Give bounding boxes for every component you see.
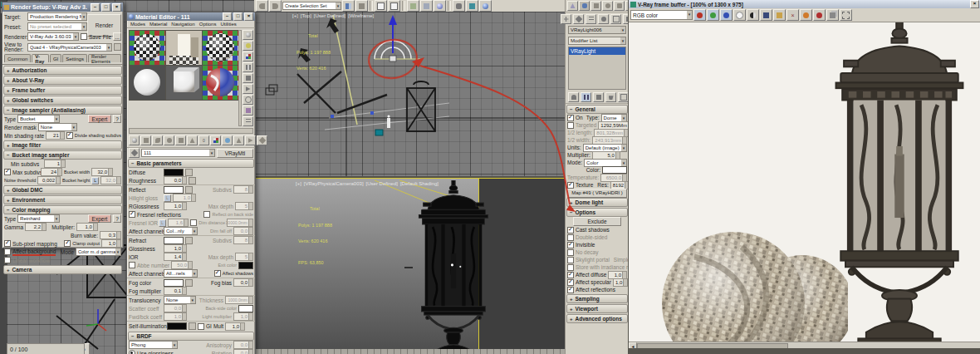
viewport-menu-plus[interactable]: [+]	[292, 13, 298, 18]
show-end-result-icon[interactable]	[581, 92, 591, 102]
reflect-map-button[interactable]	[185, 186, 193, 194]
min-subdivs-spinner[interactable]: 1	[44, 160, 66, 168]
affect-reflections-checkbox[interactable]	[567, 287, 574, 293]
backside-color-swatch[interactable]	[238, 305, 253, 312]
red-channel-button[interactable]	[693, 9, 706, 21]
rendered-frame-icon[interactable]	[466, 0, 478, 12]
select-by-material-icon[interactable]	[243, 106, 253, 116]
affect-specular-spinner[interactable]: 1,0	[613, 278, 628, 287]
rollout-general[interactable]: General	[566, 105, 628, 114]
viewport-menu-plus[interactable]: [+]	[296, 181, 301, 186]
menu-modes[interactable]: Modes	[130, 22, 145, 27]
mode-dropdown[interactable]: Color	[584, 159, 627, 167]
viewport-menu-shading[interactable]: [Default Shading]	[400, 181, 439, 186]
get-material-icon[interactable]	[129, 135, 140, 145]
gi-checkbox[interactable]	[198, 323, 204, 330]
exclude-button[interactable]: Exclude	[573, 217, 621, 226]
abbe-spinner[interactable]: 50,0	[171, 261, 193, 269]
align-icon[interactable]	[355, 0, 368, 12]
monochrome-button[interactable]	[747, 9, 759, 21]
render-setup-icon[interactable]	[453, 0, 465, 12]
bucket-height-spinner[interactable]: 32,0	[100, 176, 121, 184]
light-on-checkbox[interactable]	[567, 115, 574, 121]
stack-item-vraylight[interactable]: VRayLight	[569, 47, 625, 55]
sample-slot-white-sphere[interactable]	[129, 65, 166, 101]
sample-slot-interior-render[interactable]	[165, 30, 203, 66]
clamp-output-checkbox[interactable]	[64, 240, 71, 247]
rollout-bucket-sampler[interactable]: Bucket image sampler	[3, 150, 122, 160]
pencil-icon[interactable]	[573, 14, 584, 24]
lock-icon[interactable]	[114, 43, 121, 51]
reset-map-icon[interactable]	[164, 135, 174, 145]
abbe-number-checkbox[interactable]	[129, 262, 135, 268]
modifier-list-dropdown[interactable]: Modifier List	[568, 37, 626, 45]
pin-stack-icon[interactable]	[568, 92, 579, 102]
fresnel-ior-lock-button[interactable]: L	[159, 219, 166, 227]
ior-spinner[interactable]: 1,4	[164, 253, 187, 261]
tab-hierarchy[interactable]	[590, 1, 601, 11]
affect-background-checkbox[interactable]	[4, 248, 11, 255]
reflect-back-checkbox[interactable]	[203, 211, 210, 218]
target-dropdown[interactable]: Production Rendering Mode	[27, 12, 87, 21]
tab-common[interactable]: Common	[4, 54, 31, 62]
close-button[interactable]: ×	[244, 12, 253, 21]
dim-distance-checkbox[interactable]	[190, 219, 197, 226]
fog-map-button[interactable]	[185, 279, 193, 287]
refract-map-button[interactable]	[185, 237, 193, 244]
self-illumination-swatch[interactable]	[167, 322, 187, 330]
rollout-advanced-options[interactable]: Advanced options	[566, 314, 628, 323]
invisible-checkbox[interactable]	[567, 242, 574, 248]
curve-editor-icon[interactable]	[407, 0, 419, 12]
refract-max-depth-spinner[interactable]: 5	[235, 253, 253, 261]
render-production-icon[interactable]	[479, 0, 492, 12]
sample-slot-red-blue-sphere[interactable]	[202, 65, 239, 101]
hilight-gloss-spinner[interactable]: 1,0	[173, 194, 196, 202]
affect-channels-dropdown[interactable]: Col...nly	[164, 227, 198, 235]
reflect-color-swatch[interactable]	[164, 186, 184, 194]
menu-options[interactable]: Options	[199, 22, 217, 27]
dot-icon[interactable]	[598, 14, 609, 24]
use-glossiness-radio[interactable]	[129, 350, 135, 354]
schematic-view-icon[interactable]	[420, 0, 433, 12]
no-decay-checkbox[interactable]	[567, 249, 574, 256]
tab-vray[interactable]: V-Ray	[32, 54, 49, 62]
fog-bias-spinner[interactable]: 0,0	[233, 278, 253, 287]
menu-navigation[interactable]: Navigation	[171, 22, 194, 27]
sample-slot-soft-cube[interactable]	[165, 65, 203, 101]
rollout-frame-buffer[interactable]: Frame buffer	[3, 86, 122, 95]
help-button[interactable]: ?	[113, 115, 121, 123]
tab-gi[interactable]: GI	[50, 54, 61, 62]
show-in-viewport-icon[interactable]	[210, 135, 221, 145]
green-channel-button[interactable]	[707, 9, 719, 21]
max-subdivs-checkbox[interactable]	[4, 169, 11, 175]
roughness-map-button[interactable]	[189, 177, 196, 184]
object-name-field[interactable]: VRayLight006	[568, 26, 626, 34]
tab-create[interactable]	[567, 1, 578, 11]
fog-color-swatch[interactable]	[164, 279, 184, 287]
thickness-spinner[interactable]: 1000,0mm	[225, 296, 253, 304]
crosshair-icon[interactable]	[561, 14, 571, 24]
redo-icon[interactable]	[269, 0, 282, 12]
close-button[interactable]: ×	[112, 3, 121, 12]
graphite-ribbon-icon[interactable]	[388, 0, 400, 12]
rollout-basic-parameters[interactable]: Basic parameters	[128, 159, 254, 168]
menu-material[interactable]: Material	[149, 22, 167, 27]
pick-material-icon[interactable]	[257, 135, 267, 145]
rollout-environment[interactable]: Environment	[3, 195, 122, 204]
track-bar[interactable]	[254, 349, 565, 354]
translucency-dropdown[interactable]: None	[164, 296, 196, 304]
exit-color-swatch[interactable]	[238, 262, 253, 269]
hilight-lock-button[interactable]: L	[164, 194, 171, 202]
layer-manager-icon[interactable]	[375, 0, 387, 12]
refract-color-swatch[interactable]	[164, 237, 184, 244]
region-render-button[interactable]	[813, 9, 826, 21]
selfillum-map-button[interactable]	[189, 322, 196, 330]
targeted-checkbox[interactable]	[567, 122, 574, 129]
refract-glossiness-spinner[interactable]: 1,0	[164, 244, 187, 253]
rglossiness-spinner[interactable]: 1,0	[164, 202, 187, 210]
material-name-field[interactable]: 111	[141, 149, 215, 157]
maximize-button[interactable]: □	[233, 12, 243, 21]
rollout-about-vray[interactable]: About V-Ray	[3, 76, 122, 85]
go-to-parent-icon[interactable]	[233, 135, 244, 145]
channel-select-dropdown[interactable]: RGB color	[630, 10, 693, 20]
